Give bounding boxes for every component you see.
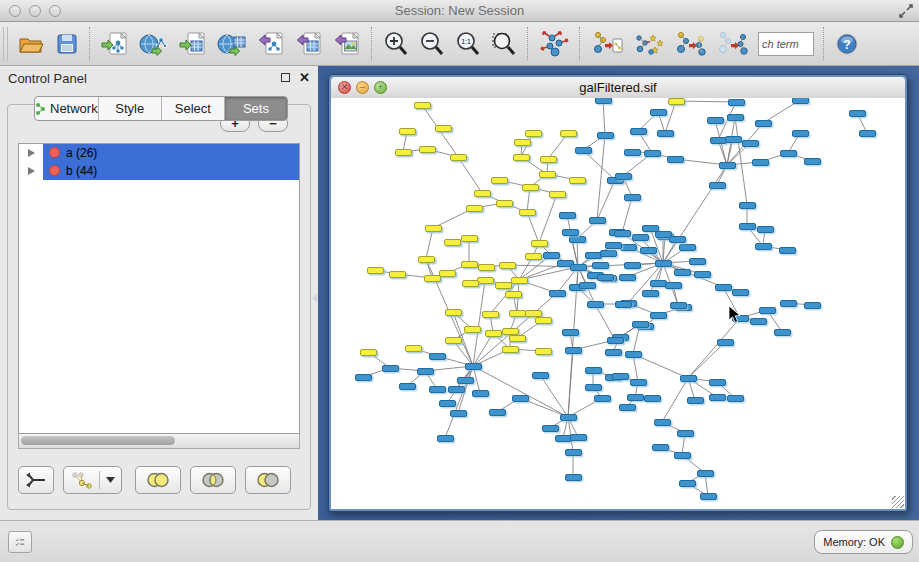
graph-node[interactable] [355, 374, 372, 381]
graph-node[interactable] [522, 184, 539, 191]
graph-node[interactable] [707, 117, 724, 124]
graph-node[interactable] [655, 260, 672, 267]
graph-node[interactable] [615, 173, 632, 180]
tab-select[interactable]: Select [162, 97, 225, 120]
graph-node[interactable] [665, 282, 682, 289]
graph-node[interactable] [804, 158, 821, 165]
graph-node[interactable] [652, 444, 669, 451]
graph-node[interactable] [725, 136, 742, 143]
graph-node[interactable] [632, 321, 649, 328]
graph-node[interactable] [565, 474, 582, 481]
graph-node[interactable] [575, 147, 592, 154]
first-neighbors-button[interactable] [631, 26, 667, 62]
graph-node[interactable] [624, 149, 641, 156]
graph-node[interactable] [774, 329, 791, 336]
fullscreen-arrows-icon[interactable] [899, 4, 913, 22]
graph-node[interactable] [565, 449, 582, 456]
graph-node[interactable] [644, 395, 661, 402]
intersection-button[interactable] [190, 466, 236, 494]
help-button[interactable]: ? [833, 26, 861, 62]
tab-style[interactable]: Style [99, 97, 162, 120]
graph-node[interactable] [399, 128, 416, 135]
graph-node[interactable] [542, 425, 559, 432]
import-network-file-button[interactable] [99, 26, 131, 62]
graph-node[interactable] [620, 244, 637, 251]
graph-node[interactable] [505, 291, 522, 298]
graph-node[interactable] [435, 125, 452, 132]
splitter-collapse-icon[interactable] [312, 294, 317, 302]
graph-node[interactable] [709, 379, 726, 386]
graph-node[interactable] [694, 271, 711, 278]
graph-node[interactable] [496, 200, 513, 207]
graph-node[interactable] [679, 244, 696, 251]
apply-layout-button[interactable] [537, 26, 571, 62]
graph-node[interactable] [543, 252, 560, 259]
graph-node[interactable] [739, 202, 756, 209]
export-image-button[interactable] [331, 26, 363, 62]
graph-node[interactable] [514, 139, 531, 146]
graph-node[interactable] [587, 301, 604, 308]
hide-selected-button[interactable] [673, 26, 709, 62]
graph-node[interactable] [689, 258, 706, 265]
zoom-selected-button[interactable] [489, 26, 519, 62]
split-set-button[interactable] [18, 466, 54, 494]
zoom-fit-button[interactable]: 1:1 [453, 26, 483, 62]
graph-node[interactable] [531, 240, 548, 247]
show-all-button[interactable] [715, 26, 751, 62]
graph-node[interactable] [792, 98, 809, 104]
graph-node[interactable] [419, 146, 436, 153]
graph-node[interactable] [650, 280, 667, 287]
graph-node[interactable] [585, 384, 602, 391]
set-row-a[interactable]: a (26) [19, 144, 299, 162]
graph-node[interactable] [592, 262, 609, 269]
graph-node[interactable] [495, 282, 512, 289]
graph-node[interactable] [632, 234, 649, 241]
graph-node[interactable] [624, 262, 641, 269]
graph-node[interactable] [709, 182, 726, 189]
graph-node[interactable] [625, 351, 642, 358]
graph-node[interactable] [474, 190, 491, 197]
graph-node[interactable] [644, 150, 661, 157]
graph-node[interactable] [597, 132, 614, 139]
graph-node[interactable] [424, 275, 441, 282]
graph-node[interactable] [509, 335, 526, 342]
graph-node[interactable] [757, 226, 774, 233]
expand-triangle-icon[interactable] [28, 167, 35, 175]
graph-node[interactable] [466, 205, 483, 212]
graph-node[interactable] [540, 156, 557, 163]
graph-node[interactable] [612, 373, 629, 380]
graph-node[interactable] [709, 394, 726, 401]
graph-node[interactable] [585, 252, 602, 259]
graph-node[interactable] [739, 223, 756, 230]
import-table-file-button[interactable] [177, 26, 209, 62]
graph-node[interactable] [755, 243, 772, 250]
graph-node[interactable] [650, 109, 667, 116]
graph-node[interactable] [579, 282, 596, 289]
graph-node[interactable] [399, 383, 416, 390]
graph-node[interactable] [650, 312, 667, 319]
graph-node[interactable] [780, 300, 797, 307]
graph-node[interactable] [565, 347, 582, 354]
graph-node[interactable] [489, 409, 506, 416]
graph-node[interactable] [728, 99, 745, 106]
graph-node[interactable] [562, 229, 579, 236]
graph-node[interactable] [437, 435, 454, 442]
graph-node[interactable] [382, 365, 399, 372]
graph-node[interactable] [627, 394, 644, 401]
graph-node[interactable] [539, 171, 556, 178]
graph-node[interactable] [472, 390, 489, 397]
graph-node[interactable] [360, 349, 377, 356]
horizontal-scrollbar[interactable] [18, 434, 300, 449]
create-set-from-network-button[interactable] [63, 466, 122, 494]
graph-node[interactable] [513, 154, 530, 161]
toolbar-drag-handle[interactable] [3, 27, 8, 61]
graph-node[interactable] [439, 400, 456, 407]
graph-node[interactable] [680, 375, 697, 382]
graph-node[interactable] [780, 150, 797, 157]
graph-node[interactable] [607, 337, 624, 344]
network-canvas[interactable] [331, 98, 905, 509]
graph-node[interactable] [605, 349, 622, 356]
graph-node[interactable] [697, 470, 714, 477]
tab-sets[interactable]: Sets [225, 97, 287, 120]
union-button[interactable] [135, 466, 181, 494]
